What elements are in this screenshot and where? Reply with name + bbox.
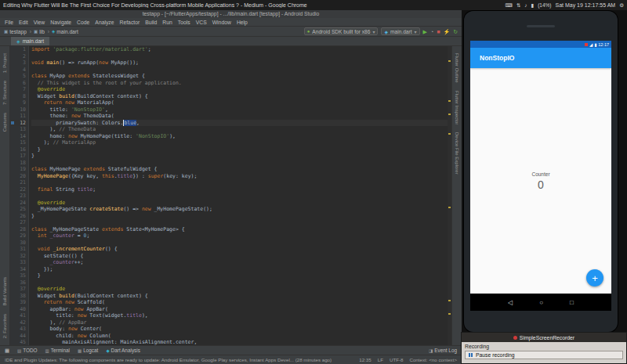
gutter[interactable]: 1234567891011121314151617181920212223242…	[10, 46, 29, 345]
warning-tick[interactable]	[448, 207, 451, 208]
status-message[interactable]: IDE and Plugin Updates: The following co…	[5, 357, 353, 362]
event-log-button[interactable]: ◨ Event Log	[429, 348, 457, 353]
code-line[interactable]	[31, 53, 451, 60]
warning-tick[interactable]	[448, 60, 451, 62]
tool-todo[interactable]: ▤ TODO	[17, 348, 38, 353]
code-line[interactable]: // This widget is the root of your appli…	[31, 80, 451, 87]
tool-window-button[interactable]: Flutter Outline	[455, 53, 459, 83]
code-line[interactable]: primarySwatch: Colors.blue,	[31, 120, 451, 127]
code-line[interactable]: class MyApp extends StatelessWidget {	[31, 73, 451, 80]
breadcrumb-testapp[interactable]: ▣ testapp ›	[4, 29, 31, 34]
menu-item[interactable]: Code	[77, 20, 89, 25]
code-line[interactable]: body: new Center(	[31, 326, 451, 333]
run-icon[interactable]: ▶	[423, 29, 427, 34]
keyboard-indicator-icon[interactable]: ⌨	[505, 2, 512, 9]
hot-restart-icon[interactable]: ↻	[453, 29, 458, 34]
gutter-marker[interactable]	[11, 121, 14, 124]
profile-icon[interactable]: ◔	[430, 29, 433, 34]
session-menu-icon[interactable]: ⚙	[619, 2, 624, 9]
tab-main-dart[interactable]: ◈ main.dart	[11, 37, 49, 45]
code-line[interactable]: _MyHomePageState createState() => new _M…	[31, 206, 451, 213]
code-line[interactable]: class _MyHomePageState extends State<MyH…	[31, 226, 451, 233]
tool-dart-analysis[interactable]: ◆ Dart Analysis	[106, 348, 140, 353]
tool-window-button[interactable]: Device File Explorer	[455, 132, 459, 175]
code-line[interactable]	[31, 240, 451, 247]
warning-tick[interactable]	[448, 300, 451, 301]
device-selector[interactable]: ● Android SDK built for x86 ▾	[304, 27, 379, 35]
code-line[interactable]: ), // AppBar	[31, 319, 451, 326]
home-button[interactable]: ○	[539, 299, 543, 306]
tool-window-button[interactable]: Captures	[2, 113, 7, 132]
battery-icon[interactable]: ▮	[531, 2, 535, 9]
context-indicator[interactable]: Context: <no context>	[409, 357, 457, 362]
tool-window-button[interactable]: Build Variants	[2, 277, 7, 306]
code-line[interactable]: Widget build(BuildContext context) {	[31, 293, 451, 300]
code-line[interactable]: class MyHomePage extends StatefulWidget …	[31, 166, 451, 173]
encoding-indicator[interactable]: UTF-8	[390, 357, 404, 362]
code-line[interactable]: @override	[31, 86, 451, 93]
warning-tick[interactable]	[448, 100, 451, 102]
tool-window-button[interactable]: 7: Structure	[2, 81, 7, 105]
code-line[interactable]: }	[31, 146, 451, 153]
code-line[interactable]	[31, 219, 451, 226]
menu-item[interactable]: File	[5, 20, 13, 25]
recents-button[interactable]: □	[570, 299, 574, 306]
menu-item[interactable]: Tools	[178, 20, 190, 25]
code-line[interactable]: @override	[31, 286, 451, 293]
code-line[interactable]: Widget build(BuildContext context) {	[31, 93, 451, 100]
warning-tick[interactable]	[448, 313, 451, 315]
warning-tick[interactable]	[448, 133, 451, 135]
menu-item[interactable]: VCS	[196, 20, 207, 25]
network-icon[interactable]: ⇅	[516, 2, 520, 9]
code-line[interactable]: @override	[31, 200, 451, 207]
pause-recording-button[interactable]: Pause recording	[465, 351, 623, 359]
run-config-selector[interactable]: ◈ main.dart ▾	[381, 27, 419, 35]
menu-item[interactable]: Window	[212, 20, 231, 25]
code-line[interactable]: final String title;	[31, 186, 451, 193]
code-line[interactable]: home: new MyHomePage(title: 'NonStopIO')…	[31, 133, 451, 140]
tool-window-button[interactable]: 2: Favorites	[2, 314, 7, 338]
tool-terminal[interactable]: ▥ Terminal	[45, 348, 70, 353]
code-line[interactable]: ); // MaterialApp	[31, 139, 451, 146]
code-area[interactable]: import 'package:flutter/material.dart';v…	[29, 46, 451, 345]
code-line[interactable]: }	[31, 213, 451, 220]
code-line[interactable]: void _incrementCounter() {	[31, 246, 451, 253]
code-line[interactable]: import 'package:flutter/material.dart';	[31, 46, 451, 53]
clock[interactable]: Sat May 19 12:17:55 AM	[556, 2, 616, 8]
menu-item[interactable]: Run	[162, 20, 172, 25]
code-line[interactable]: mainAxisAlignment: MainAxisAlignment.cen…	[31, 339, 451, 345]
tool-logcat[interactable]: ▦ Logcat	[78, 348, 98, 353]
code-line[interactable]: }	[31, 153, 451, 160]
code-line[interactable]: ), // ThemeData	[31, 126, 451, 133]
breadcrumb-lib[interactable]: ▣ lib ›	[34, 29, 49, 34]
menu-item[interactable]: Build	[145, 20, 157, 25]
code-line[interactable]: });	[31, 266, 451, 273]
code-line[interactable]: child: new Column(	[31, 333, 451, 340]
menu-item[interactable]: Edit	[19, 20, 28, 25]
code-line[interactable]: }	[31, 272, 451, 279]
tool-window-button[interactable]: 1: Project	[2, 53, 7, 73]
code-line[interactable]	[31, 179, 451, 186]
code-line[interactable]: setState(() {	[31, 253, 451, 260]
code-line[interactable]: title: 'NonStopIO',	[31, 106, 451, 114]
fab-increment-button[interactable]: +	[586, 269, 603, 287]
code-line[interactable]: appBar: new AppBar(	[31, 306, 451, 313]
recorder-title-bar[interactable]: SimpleScreenRecorder	[462, 333, 626, 342]
warning-tick[interactable]	[448, 114, 451, 115]
breadcrumb-main-dart[interactable]: ◈ main.dart ›	[52, 29, 78, 34]
menu-item[interactable]: Help	[237, 20, 248, 25]
code-line[interactable]	[31, 279, 451, 287]
line-ending-indicator[interactable]: LF	[378, 357, 383, 362]
menu-item[interactable]: Analyze	[95, 20, 114, 25]
menu-item[interactable]: View	[34, 20, 45, 25]
volume-icon[interactable]: ♪	[524, 2, 527, 8]
hot-reload-icon[interactable]: ⚡	[443, 29, 450, 34]
back-button[interactable]: ◁	[508, 299, 513, 306]
code-line[interactable]	[31, 67, 451, 74]
code-line[interactable]: theme: new ThemeData(	[31, 113, 451, 120]
menu-item[interactable]: Refactor	[120, 20, 140, 25]
stop-icon[interactable]: ■	[437, 29, 440, 34]
code-line[interactable]: void main() => runApp(new MyApp());	[31, 59, 451, 67]
code-line[interactable]	[31, 160, 451, 167]
code-line[interactable]: MyHomePage({Key key, this.title}) : supe…	[31, 173, 451, 180]
